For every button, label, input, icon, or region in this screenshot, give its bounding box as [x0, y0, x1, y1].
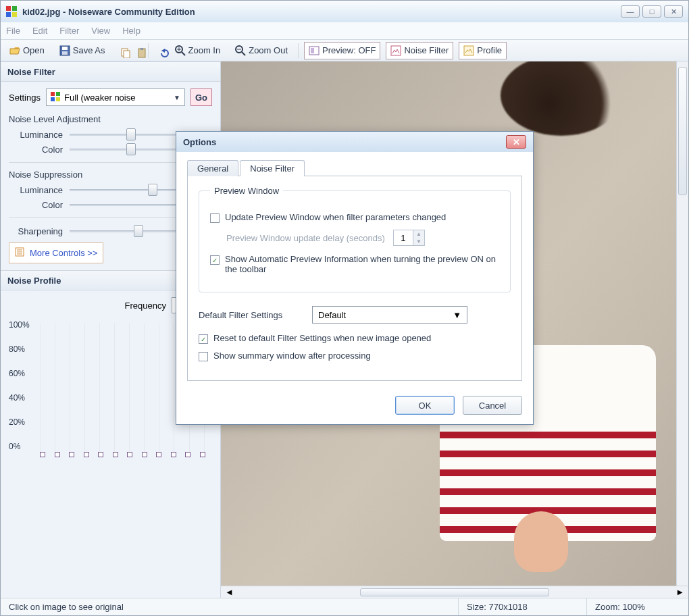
minimize-button[interactable]: — [621, 5, 640, 18]
default-filter-select[interactable]: Default ▼ [312, 306, 467, 324]
separator [148, 43, 149, 58]
chk-reset-label: Reset to default Filter Settings when ne… [213, 333, 431, 343]
more-controls-label: More Controls >> [30, 248, 97, 258]
svg-rect-0 [6, 6, 11, 11]
chevron-down-icon: ▼ [453, 310, 461, 320]
settings-select[interactable]: Full (weaker noise ▼ [46, 88, 185, 106]
menu-help[interactable]: Help [122, 26, 141, 36]
tab-pane: Preview Window Update Preview Window whe… [187, 176, 522, 381]
menu-file[interactable]: File [6, 26, 20, 36]
luminance-label: Luminance [9, 130, 63, 140]
toolbar-profile-label: Profile [477, 45, 502, 55]
more-controls-icon [15, 247, 24, 259]
toolbar-noise-filter[interactable]: Noise Filter [386, 42, 453, 59]
profile-icon [463, 45, 474, 56]
toolbar-save-as-label: Save As [73, 45, 105, 55]
toolbar-open[interactable]: Open [5, 42, 49, 59]
status-bar: Click on image to see original Size: 770… [1, 598, 688, 615]
window-title: kid02.jpg - Noiseware Community Edition [22, 7, 615, 17]
checkbox-icon[interactable] [199, 352, 208, 361]
svg-rect-2 [6, 12, 11, 17]
dialog-body: General Noise Filter Preview Window Upda… [176, 152, 533, 388]
checkbox-icon[interactable] [210, 255, 220, 265]
dialog-titlebar: Options ✕ [176, 132, 533, 152]
svg-rect-22 [51, 92, 55, 96]
delay-spinner[interactable]: ▲▼ [393, 230, 425, 246]
sharpening-label: Sharpening [9, 226, 63, 236]
zoom-in-icon [175, 45, 186, 56]
chk-show-auto-label: Show Automatic Preview Information when … [225, 254, 499, 274]
settings-row: Settings Full (weaker noise ▼ Go [9, 88, 212, 106]
menu-bar: File Edit Filter View Help [1, 22, 688, 40]
delay-input[interactable] [394, 230, 413, 245]
delay-row: Preview Window update delay (seconds) ▲▼ [226, 230, 499, 246]
svg-line-16 [242, 52, 245, 55]
chart-series [40, 453, 205, 457]
toolbar-zoom-out[interactable]: Zoom Out [230, 42, 292, 59]
noise-filter-icon [390, 45, 401, 56]
more-controls-button[interactable]: More Controls >> [9, 242, 103, 263]
preview-icon [309, 45, 320, 56]
status-hint: Click on image to see original [1, 598, 459, 615]
chk-update-row[interactable]: Update Preview Window when filter parame… [210, 212, 499, 223]
chk-summary-row[interactable]: Show summary window after processing [199, 351, 511, 361]
spin-up-icon[interactable]: ▲ [413, 230, 424, 238]
cancel-button[interactable]: Cancel [463, 396, 522, 415]
toolbar-profile[interactable]: Profile [459, 42, 507, 59]
toolbar-zoom-in-label: Zoom In [188, 45, 221, 55]
chevron-down-icon: ▼ [174, 94, 180, 101]
checkbox-icon[interactable] [210, 213, 220, 223]
svg-rect-1 [12, 6, 17, 11]
toolbar-preview-toggle[interactable]: Preview: OFF [304, 42, 380, 59]
copy-icon[interactable] [116, 45, 126, 56]
y-tick: 60% [9, 369, 25, 378]
preview-window-legend: Preview Window [210, 186, 283, 196]
menu-filter[interactable]: Filter [59, 26, 79, 36]
spin-down-icon[interactable]: ▼ [413, 238, 424, 245]
chk-summary-label: Show summary window after processing [213, 351, 371, 361]
y-tick: 20% [9, 417, 25, 427]
y-tick: 80% [9, 344, 25, 354]
default-filter-value: Default [318, 310, 346, 320]
default-filter-row: Default Filter Settings Default ▼ [199, 306, 511, 324]
scroll-left-icon[interactable]: ◄ [225, 587, 234, 597]
dialog-close-button[interactable]: ✕ [506, 135, 526, 149]
zoom-out-icon [235, 45, 246, 56]
settings-label: Settings [9, 93, 41, 103]
app-window: kid02.jpg - Noiseware Community Edition … [0, 0, 689, 616]
svg-rect-5 [62, 47, 68, 50]
separator [298, 43, 299, 58]
maximize-button[interactable]: □ [642, 5, 661, 18]
svg-rect-8 [124, 51, 130, 58]
paste-icon[interactable] [132, 45, 143, 56]
delay-label: Preview Window update delay (seconds) [226, 233, 385, 243]
toolbar-save-as[interactable]: Save As [55, 42, 110, 59]
tab-general[interactable]: General [187, 160, 238, 176]
status-zoom: Zoom: 100% [587, 598, 688, 615]
menu-edit[interactable]: Edit [32, 26, 47, 36]
dialog-buttons: OK Cancel [176, 388, 533, 424]
toolbar-noise-filter-label: Noise Filter [404, 45, 449, 55]
ok-button[interactable]: OK [395, 396, 455, 415]
svg-rect-20 [391, 46, 401, 55]
checkbox-icon[interactable] [199, 334, 208, 344]
dialog-title: Options [183, 137, 216, 147]
go-button[interactable]: Go [190, 88, 212, 106]
horizontal-scrollbar[interactable]: ◄ ► [221, 586, 688, 598]
color-label-2: Color [9, 200, 63, 210]
undo-icon[interactable] [154, 45, 165, 56]
tab-noise-filter[interactable]: Noise Filter [240, 160, 305, 176]
menu-view[interactable]: View [91, 26, 110, 36]
svg-rect-19 [311, 48, 314, 53]
chk-reset-row[interactable]: Reset to default Filter Settings when ne… [199, 333, 511, 344]
y-tick: 0% [9, 442, 20, 451]
close-button[interactable]: ✕ [664, 5, 683, 18]
scroll-right-icon[interactable]: ► [675, 587, 684, 597]
options-dialog: Options ✕ General Noise Filter Preview W… [176, 131, 534, 425]
toolbar: Open Save As Zoom In Zoom Out Preview: O… [1, 40, 688, 61]
settings-select-icon [51, 92, 60, 103]
toolbar-zoom-in[interactable]: Zoom In [170, 42, 226, 59]
vertical-scrollbar[interactable] [676, 61, 688, 586]
y-tick: 40% [9, 393, 25, 403]
chk-show-auto-row[interactable]: Show Automatic Preview Information when … [210, 254, 499, 274]
